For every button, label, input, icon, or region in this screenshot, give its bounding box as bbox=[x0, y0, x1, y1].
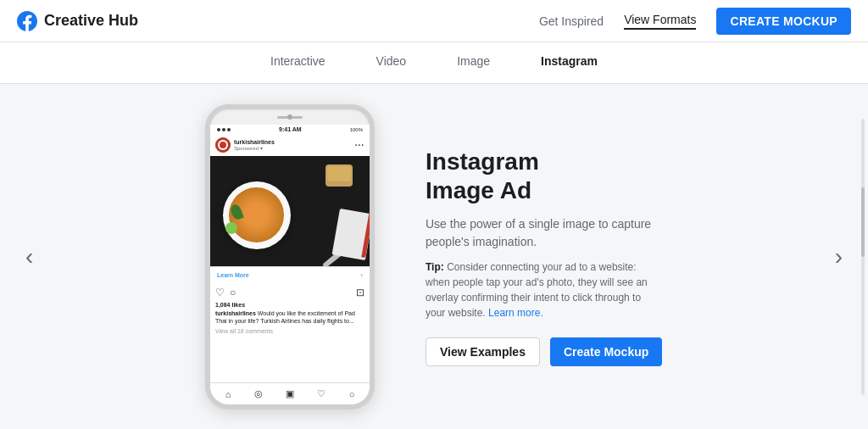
ig-caption-username: turkishairlines bbox=[215, 310, 256, 316]
ad-description: Use the power of a single image to captu… bbox=[426, 215, 663, 251]
status-time: 9:41 AM bbox=[279, 126, 302, 132]
ad-title-line1: Instagram bbox=[426, 148, 539, 175]
signal-dot bbox=[222, 128, 225, 131]
ig-ad-image bbox=[210, 156, 370, 266]
ig-likes-count: 1,084 likes bbox=[210, 302, 370, 308]
ig-user-info: turkishairlines Sponsored ▾ bbox=[234, 139, 355, 151]
ig-sponsored-label: Sponsored ▾ bbox=[234, 145, 355, 151]
ig-more-options[interactable]: ··· bbox=[355, 141, 364, 150]
camera-icon[interactable]: ▣ bbox=[286, 388, 294, 399]
heart-outline-icon[interactable]: ♡ bbox=[317, 388, 326, 399]
more-dots-icon: ··· bbox=[355, 141, 364, 150]
format-tabs: Interactive Video Image Instagram bbox=[0, 42, 868, 84]
signal-icons bbox=[217, 128, 231, 131]
phone-mockup: 9:41 AM 100% turkishairlines Spons bbox=[205, 104, 375, 410]
scrollbar-track bbox=[861, 119, 865, 395]
learn-more-link[interactable]: Learn more. bbox=[488, 307, 543, 319]
ig-action-bar: ♡ ○ ⊡ bbox=[210, 283, 370, 302]
tab-image[interactable]: Image bbox=[457, 54, 490, 71]
ig-username: turkishairlines bbox=[234, 139, 355, 145]
ad-title-line2: Image Ad bbox=[426, 177, 531, 203]
phone-camera bbox=[287, 114, 292, 120]
ig-learn-more-bar[interactable]: Learn More › bbox=[210, 266, 370, 283]
view-formats-link[interactable]: View Formats bbox=[624, 13, 696, 30]
tip-label: Tip: bbox=[426, 261, 444, 273]
learn-more-text: Learn More bbox=[217, 272, 249, 278]
ad-tip: Tip: Consider connecting your ad to a we… bbox=[426, 259, 663, 320]
ig-post-header: turkishairlines Sponsored ▾ ··· bbox=[210, 134, 370, 156]
view-examples-button[interactable]: View Examples bbox=[426, 337, 540, 366]
prev-arrow-button[interactable]: ‹ bbox=[17, 235, 42, 279]
header: Creative Hub Get Inspired View Formats C… bbox=[0, 0, 868, 42]
profile-icon[interactable]: ○ bbox=[349, 389, 355, 399]
bowl-content bbox=[327, 166, 351, 181]
header-create-mockup-button[interactable]: CREATE MOCKUP bbox=[716, 8, 851, 35]
tab-video[interactable]: Video bbox=[376, 54, 407, 71]
tab-interactive[interactable]: Interactive bbox=[270, 54, 326, 71]
comment-icon[interactable]: ○ bbox=[230, 287, 236, 298]
status-bar: 9:41 AM 100% bbox=[210, 125, 370, 134]
site-title: Creative Hub bbox=[44, 12, 138, 30]
ig-bottom-nav: ⌂ ◎ ▣ ♡ ○ bbox=[210, 382, 370, 404]
cta-buttons: View Examples Create Mockup bbox=[426, 337, 663, 366]
lime-wedge bbox=[225, 222, 237, 234]
tab-instagram[interactable]: Instagram bbox=[541, 54, 598, 71]
ad-format-title: Instagram Image Ad bbox=[426, 148, 663, 204]
ig-caption: turkishairlines Would you like the excit… bbox=[210, 308, 370, 326]
svg-point-2 bbox=[220, 142, 226, 148]
facebook-logo-icon bbox=[17, 11, 37, 31]
phone-screen: 9:41 AM 100% turkishairlines Spons bbox=[210, 125, 370, 404]
avatar bbox=[215, 137, 231, 153]
signal-dot bbox=[217, 128, 220, 131]
airline-logo-icon bbox=[215, 137, 231, 153]
get-inspired-link[interactable]: Get Inspired bbox=[539, 14, 604, 28]
signal-dot bbox=[227, 128, 231, 131]
bookmark-icon[interactable]: ⊡ bbox=[356, 287, 364, 298]
ad-info-panel: Instagram Image Ad Use the power of a si… bbox=[426, 148, 663, 365]
phone-frame: 9:41 AM 100% turkishairlines Spons bbox=[205, 104, 375, 410]
food-photo bbox=[210, 156, 370, 266]
heart-icon[interactable]: ♡ bbox=[215, 287, 225, 298]
ig-view-comments[interactable]: View all 18 comments bbox=[210, 326, 370, 336]
home-icon[interactable]: ⌂ bbox=[225, 389, 231, 399]
header-right: Get Inspired View Formats CREATE MOCKUP bbox=[539, 8, 851, 35]
chevron-right-icon: › bbox=[835, 243, 843, 270]
create-mockup-button[interactable]: Create Mockup bbox=[550, 337, 662, 366]
search-icon[interactable]: ◎ bbox=[254, 388, 263, 399]
battery-indicator: 100% bbox=[350, 127, 363, 132]
next-arrow-button[interactable]: › bbox=[826, 235, 851, 279]
main-content: ‹ 9:41 AM 100% bbox=[0, 84, 868, 429]
chevron-left-icon: ‹ bbox=[25, 243, 33, 270]
scrollbar-thumb[interactable] bbox=[861, 187, 865, 257]
chevron-right-icon: › bbox=[360, 271, 363, 279]
header-left: Creative Hub bbox=[17, 11, 138, 31]
